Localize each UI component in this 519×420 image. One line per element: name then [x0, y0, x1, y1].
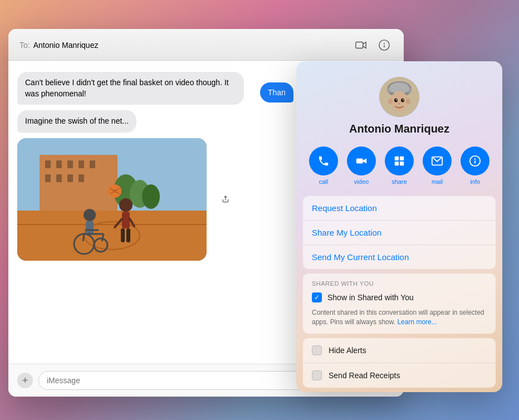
partial-message-bubble: Than — [260, 82, 293, 102]
svg-rect-14 — [67, 174, 73, 182]
svg-rect-28 — [126, 228, 130, 242]
header-actions — [352, 37, 393, 53]
message-share-button[interactable] — [217, 191, 234, 208]
svg-point-50 — [406, 99, 410, 104]
contact-header: Antonio Manriquez — [296, 61, 502, 144]
svg-rect-9 — [67, 160, 73, 168]
svg-rect-52 — [395, 157, 399, 160]
svg-point-18 — [142, 184, 160, 209]
call-icon-circle — [309, 146, 338, 175]
svg-point-46 — [396, 99, 397, 101]
svg-point-45 — [401, 99, 404, 102]
show-in-shared-row: ✓ Show in Shared with You — [312, 292, 487, 302]
info-icon-circle — [461, 146, 489, 175]
svg-point-30 — [84, 209, 96, 221]
svg-rect-10 — [79, 160, 84, 168]
share-action-label: share — [391, 178, 407, 185]
svg-point-47 — [403, 99, 404, 101]
video-call-button[interactable] — [352, 37, 369, 53]
message-bubble: Can't believe I didn't get the final bas… — [17, 72, 244, 105]
mail-icon-circle — [423, 146, 452, 175]
hide-alerts-item[interactable]: Hide Alerts — [303, 338, 496, 363]
svg-rect-53 — [400, 157, 404, 160]
send-read-receipts-checkbox[interactable] — [312, 370, 322, 380]
shared-description: Content shared in this conversation will… — [312, 308, 487, 327]
location-menu-section: Request Location Share My Location Send … — [303, 196, 496, 269]
shared-with-you-section: SHARED WITH YOU ✓ Show in Shared with Yo… — [303, 274, 496, 334]
send-read-receipts-label: Send Read Receipts — [329, 371, 400, 380]
svg-line-35 — [83, 234, 84, 241]
add-attachment-button[interactable]: + — [17, 373, 33, 388]
message-bubble: Imagine the swish of the net... — [17, 110, 136, 133]
info-button[interactable] — [376, 37, 393, 53]
recipient-name: Antonio Manriquez — [33, 41, 99, 50]
svg-rect-7 — [45, 160, 51, 168]
show-in-shared-checkbox[interactable]: ✓ — [312, 292, 322, 302]
svg-point-44 — [394, 99, 398, 102]
call-action-button[interactable]: call — [309, 146, 338, 185]
svg-rect-27 — [121, 228, 125, 242]
mail-action-label: mail — [432, 178, 443, 185]
hide-alerts-label: Hide Alerts — [329, 346, 366, 355]
video-action-button[interactable]: video — [347, 146, 376, 185]
svg-rect-55 — [400, 162, 404, 165]
svg-rect-51 — [356, 158, 363, 163]
svg-point-43 — [390, 91, 408, 111]
svg-rect-12 — [45, 174, 51, 182]
video-icon-circle — [347, 146, 376, 175]
share-action-button[interactable]: share — [385, 146, 414, 185]
contact-name: Antonio Manriquez — [349, 123, 449, 135]
svg-rect-15 — [79, 174, 84, 182]
svg-rect-8 — [56, 160, 62, 168]
learn-more-link[interactable]: Learn more... — [397, 318, 437, 326]
svg-point-29 — [108, 184, 121, 198]
alerts-section: Hide Alerts Send Read Receipts — [303, 338, 496, 388]
svg-point-48 — [398, 103, 400, 105]
svg-point-23 — [119, 198, 133, 212]
image-message — [17, 138, 207, 261]
send-read-receipts-item[interactable]: Send Read Receipts — [303, 363, 496, 388]
message-photo[interactable] — [17, 138, 207, 261]
avatar — [379, 77, 419, 117]
svg-point-49 — [388, 99, 393, 104]
hide-alerts-checkbox[interactable] — [312, 345, 322, 355]
share-my-location-item[interactable]: Share My Location — [303, 221, 496, 245]
window-header: To: Antonio Manriquez — [8, 29, 404, 61]
action-buttons-row: call video share — [296, 144, 502, 196]
info-action-label: info — [470, 178, 480, 185]
contact-info-panel: Antonio Manriquez call video — [296, 61, 502, 392]
svg-rect-13 — [56, 174, 62, 182]
mail-action-button[interactable]: mail — [423, 146, 452, 185]
to-label: To: — [19, 41, 30, 50]
info-action-button[interactable]: info — [461, 146, 489, 185]
shared-section-label: SHARED WITH YOU — [312, 280, 487, 287]
show-in-shared-label: Show in Shared with You — [327, 293, 414, 302]
svg-rect-24 — [122, 212, 130, 228]
svg-rect-20 — [17, 211, 207, 261]
request-location-item[interactable]: Request Location — [303, 196, 496, 221]
share-icon-circle — [385, 146, 414, 175]
to-field: To: Antonio Manriquez — [19, 41, 98, 50]
svg-rect-0 — [356, 42, 363, 48]
svg-rect-54 — [395, 162, 399, 165]
video-action-label: video — [354, 178, 369, 185]
send-current-location-item[interactable]: Send My Current Location — [303, 245, 496, 269]
svg-rect-31 — [86, 221, 94, 235]
call-action-label: call — [319, 178, 329, 185]
svg-rect-11 — [90, 160, 95, 168]
